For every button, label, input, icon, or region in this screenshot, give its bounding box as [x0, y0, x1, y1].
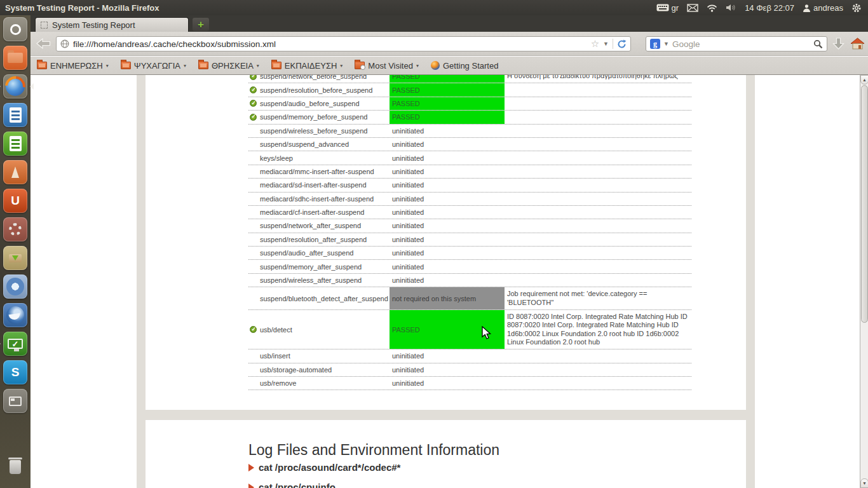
- session-user-indicator[interactable]: andreas: [803, 3, 843, 13]
- disclosure-triangle-icon: [248, 484, 258, 488]
- top-panel: System Testing Report - Mozilla Firefox …: [0, 0, 868, 15]
- test-status-cell: uninitiated: [390, 165, 505, 178]
- scrollbar-down-button[interactable]: ▼: [860, 478, 868, 488]
- bookmarks-toolbar: ΕΝΗΜΕΡΩΣΗ ▾ ΨΥΧΑΓΩΓΙΑ ▾ ΘΡΗΣΚΕΙΑ ▾ ΕΚΠΑΙ…: [31, 57, 868, 75]
- most-visited-icon: [355, 62, 365, 69]
- launcher-item-skype[interactable]: S: [3, 360, 27, 384]
- page-scrollbar[interactable]: ▲ ▼: [860, 75, 868, 488]
- clock-indicator[interactable]: 14 Φεβ 22:07: [745, 3, 794, 13]
- passed-check-icon: [250, 86, 257, 93]
- search-engine-icon[interactable]: g: [650, 39, 660, 49]
- table-row: suspend/wireless_before_suspend uninitia…: [248, 125, 691, 138]
- launcher-item-files[interactable]: [3, 46, 27, 70]
- username-label: andreas: [813, 3, 843, 13]
- firefox-window: System Testing Report + file:///home/and…: [31, 15, 868, 488]
- launcher-item-system-testing[interactable]: ✓: [3, 332, 27, 356]
- clock-label: 14 Φεβ 22:07: [745, 3, 794, 13]
- test-status-cell: uninitiated: [390, 138, 505, 151]
- home-button[interactable]: [850, 37, 865, 53]
- launcher-item-software-center[interactable]: [3, 160, 27, 184]
- test-name-cell: mediacard/mmc-insert-after-suspend: [248, 165, 390, 178]
- launcher-item-system-settings[interactable]: [3, 217, 27, 241]
- reload-icon[interactable]: [617, 39, 627, 49]
- test-comment-cell: [505, 165, 691, 178]
- log-entry[interactable]: cat /proc/asound/card*/codec#*: [248, 462, 400, 473]
- table-row: mediacard/sdhc-insert-after-suspend unin…: [248, 193, 691, 206]
- launcher-item-software-updater[interactable]: [3, 246, 27, 270]
- folder-icon: [271, 62, 281, 69]
- keyboard-layout-indicator[interactable]: gr: [656, 3, 679, 13]
- launcher-item-trash[interactable]: [3, 455, 27, 479]
- url-text[interactable]: file:///home/andreas/.cache/checkbox/sub…: [73, 39, 587, 49]
- launcher-item-firefox[interactable]: [3, 74, 27, 98]
- network-indicator[interactable]: [707, 4, 717, 12]
- test-comment-cell: ID 8087:0020 Intel Corp. Integrated Rate…: [505, 310, 691, 349]
- test-status-cell: uninitiated: [390, 206, 505, 219]
- test-status-cell: uninitiated: [390, 125, 505, 137]
- search-engine-dropdown-icon[interactable]: ▼: [663, 41, 669, 47]
- test-comment-cell: Η σύνδεση με το Διαδίκτυο πραγματοποιήθη…: [505, 75, 691, 83]
- test-status-cell: PASSED: [390, 83, 505, 96]
- launcher-item-libreoffice-writer[interactable]: [3, 103, 27, 127]
- test-comment-cell: [505, 377, 691, 390]
- test-name-cell: suspend/bluetooth_detect_after_suspend: [248, 287, 390, 309]
- launcher-item-dash-home[interactable]: [3, 17, 27, 41]
- test-name-cell: keys/sleep: [248, 151, 390, 164]
- search-bar[interactable]: g ▼ Google: [646, 36, 827, 51]
- search-input[interactable]: Google: [672, 39, 810, 49]
- test-comment-cell: [505, 247, 691, 259]
- table-row: suspend/memory_before_suspend PASSED: [248, 111, 691, 124]
- downloads-button[interactable]: [832, 37, 844, 53]
- table-row: suspend/suspend_advanced uninitiated: [248, 138, 691, 151]
- test-name-cell: suspend/resolution_after_suspend: [248, 233, 390, 246]
- search-magnifier-icon[interactable]: [813, 39, 823, 49]
- table-row: suspend/memory_after_suspend uninitiated: [248, 260, 691, 273]
- report-table: suspend/network_before_suspend PASSED Η …: [248, 75, 691, 390]
- bookmark-item[interactable]: ΘΡΗΣΚΕΙΑ ▾: [198, 61, 259, 71]
- messaging-indicator[interactable]: [687, 4, 698, 12]
- test-status-cell: PASSED: [390, 111, 505, 123]
- url-bar[interactable]: file:///home/andreas/.cache/checkbox/sub…: [56, 36, 631, 51]
- test-comment-cell: [505, 138, 691, 151]
- bookmark-item[interactable]: ΕΝΗΜΕΡΩΣΗ ▾: [37, 61, 109, 71]
- tab-title: System Testing Report: [52, 20, 135, 30]
- new-tab-button[interactable]: +: [193, 18, 209, 31]
- back-button[interactable]: [36, 37, 51, 53]
- test-comment-cell: [505, 193, 691, 205]
- launcher-item-workspace[interactable]: [3, 389, 27, 413]
- table-row: suspend/bluetooth_detect_after_suspend n…: [248, 287, 691, 310]
- panel-indicators: gr 14 Φεβ 22:07 andreas: [656, 3, 868, 13]
- launcher-item-ubuntu-one[interactable]: U: [3, 189, 27, 213]
- passed-check-icon: [250, 75, 257, 80]
- log-entry[interactable]: cat /proc/cpuinfo: [248, 482, 400, 488]
- test-comment-cell: [505, 349, 691, 362]
- test-status-cell: uninitiated: [390, 219, 505, 232]
- launcher-item-thunderbird[interactable]: [3, 303, 27, 327]
- test-comment-cell: [505, 206, 691, 219]
- sound-indicator[interactable]: [726, 3, 736, 12]
- bookmark-item[interactable]: Getting Started: [431, 61, 498, 71]
- url-dropdown-icon[interactable]: ▼: [603, 41, 609, 47]
- mail-icon: [687, 4, 698, 12]
- test-comment-cell: [505, 125, 691, 137]
- test-name-cell: suspend/suspend_advanced: [248, 138, 390, 151]
- launcher-item-chromium[interactable]: [3, 274, 27, 299]
- bookmark-item[interactable]: ΕΚΠΑΙΔΕΥΣΗ ▾: [271, 61, 342, 71]
- scrollbar-up-button[interactable]: ▲: [860, 75, 868, 85]
- window-title: System Testing Report - Mozilla Firefox: [5, 3, 159, 13]
- test-name-cell: mediacard/sdhc-insert-after-suspend: [248, 193, 390, 205]
- table-row: suspend/audio_after_suspend uninitiated: [248, 247, 691, 260]
- tab-system-testing-report[interactable]: System Testing Report: [35, 17, 189, 32]
- launcher-item-libreoffice-calc[interactable]: [3, 132, 27, 156]
- bookmark-item[interactable]: ΨΥΧΑΓΩΓΙΑ ▾: [121, 61, 186, 71]
- session-menu-indicator[interactable]: [851, 3, 862, 13]
- test-name-cell: suspend/network_before_suspend: [248, 75, 390, 83]
- test-status-cell: uninitiated: [390, 179, 505, 191]
- scrollbar-thumb[interactable]: [861, 85, 868, 323]
- bookmark-item[interactable]: Most Visited ▾: [355, 61, 419, 71]
- table-row: usb/remove uninitiated: [248, 377, 691, 390]
- table-row: mediacard/mmc-insert-after-suspend unini…: [248, 165, 691, 179]
- test-comment-cell: [505, 111, 691, 123]
- table-row: usb/detect PASSED ID 8087:0020 Intel Cor…: [248, 310, 691, 349]
- bookmark-star-icon[interactable]: ☆: [591, 38, 599, 50]
